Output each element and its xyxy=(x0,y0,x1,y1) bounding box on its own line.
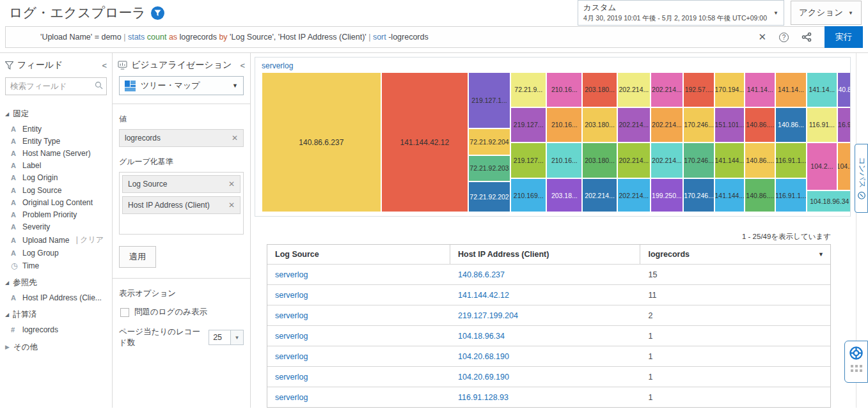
drag-handle-icon[interactable] xyxy=(851,365,862,372)
host-ip-link[interactable]: 104.20.68.190 xyxy=(458,352,509,361)
host-ip-link[interactable]: 141.144.42.12 xyxy=(458,291,509,300)
column-header-host-ip[interactable]: Host IP Address (Client) xyxy=(450,245,640,264)
apply-button[interactable]: 適用 xyxy=(119,246,156,268)
compass-tab[interactable]: コンパス xyxy=(855,144,868,213)
treemap-tile[interactable]: 170.246... xyxy=(683,178,715,212)
field-item[interactable]: AUpload Name | クリア xyxy=(5,233,108,247)
query-bar[interactable]: 'Upload Name' = demo | stats count as lo… xyxy=(5,26,863,48)
treemap-tile[interactable]: 104.2... xyxy=(807,143,837,190)
run-button[interactable]: 実行 xyxy=(825,26,863,48)
host-ip-link[interactable]: 116.91.128.93 xyxy=(458,393,509,402)
remove-chip-icon[interactable]: ✕ xyxy=(228,180,235,189)
value-chip[interactable]: logrecords ✕ xyxy=(119,129,244,147)
log-source-link[interactable]: serverlog xyxy=(275,352,308,361)
field-item[interactable]: ASeverity xyxy=(5,221,108,233)
treemap-tile[interactable]: 210.16... xyxy=(546,143,582,179)
field-item[interactable]: AHost IP Address (Clie... xyxy=(5,291,108,304)
collapse-panel-icon[interactable]: < xyxy=(240,61,245,70)
column-header-log-source[interactable]: Log Source xyxy=(267,245,450,264)
treemap-tile[interactable]: 219.127... xyxy=(510,107,546,143)
groupby-chip[interactable]: Log Source✕ xyxy=(122,175,241,193)
collapse-triangle-icon[interactable]: ◢ xyxy=(5,111,9,117)
field-item[interactable]: AEntity xyxy=(5,123,108,135)
actions-button[interactable]: アクション ▼ xyxy=(791,1,862,25)
treemap-tile[interactable]: 219.127... xyxy=(510,143,546,179)
field-item[interactable]: #logrecords xyxy=(5,323,108,336)
remove-chip-icon[interactable]: ✕ xyxy=(232,134,238,143)
treemap-tile[interactable]: 202.214... xyxy=(651,143,683,179)
log-source-link[interactable]: serverlog xyxy=(275,270,308,279)
treemap-tile[interactable]: 116.91 xyxy=(837,107,850,143)
help-icon[interactable]: ? xyxy=(779,33,789,42)
collapse-triangle-icon[interactable]: ◢ xyxy=(5,280,9,286)
treemap-tile[interactable]: 72.21.92.203 xyxy=(468,155,510,181)
treemap-group-label[interactable]: serverlog xyxy=(255,58,850,72)
treemap-tile[interactable]: 151.101... xyxy=(714,107,745,143)
treemap-tile[interactable]: 104.18.96.34 xyxy=(807,190,850,212)
field-group-header[interactable]: ◢計算済 xyxy=(5,309,108,320)
treemap-tile[interactable]: 141.14... xyxy=(807,72,837,107)
host-ip-link[interactable]: 104.18.96.34 xyxy=(458,332,505,341)
treemap-tile[interactable]: 72.21.9... xyxy=(510,72,546,107)
field-item[interactable]: AHost Name (Server) xyxy=(5,147,108,159)
field-item[interactable]: AProblem Priority xyxy=(5,208,108,220)
treemap-tile[interactable]: 140.86.... xyxy=(745,143,775,179)
treemap-tile[interactable]: 141.144... xyxy=(714,178,745,212)
treemap-tile[interactable]: 140.86.... xyxy=(745,178,775,212)
treemap-tile[interactable]: 203.18... xyxy=(546,178,582,212)
problem-logs-checkbox[interactable] xyxy=(120,308,129,317)
field-item[interactable]: ALog Group xyxy=(5,247,108,259)
log-source-link[interactable]: serverlog xyxy=(275,291,308,300)
treemap-tile[interactable]: 140.86 xyxy=(837,72,850,107)
treemap-tile[interactable]: 141.144... xyxy=(714,143,745,179)
clear-link[interactable]: | クリア xyxy=(74,235,104,245)
treemap-tile[interactable]: 199.250... xyxy=(651,178,683,212)
treemap-tile[interactable]: 203.180... xyxy=(582,143,617,179)
search-fields-input[interactable] xyxy=(5,77,107,95)
field-item[interactable]: ALog Source xyxy=(5,184,108,196)
treemap-tile[interactable]: 202.214... xyxy=(617,178,651,212)
remove-chip-icon[interactable]: ✕ xyxy=(228,201,235,210)
column-header-logrecords[interactable]: logrecords ▼ xyxy=(640,245,830,264)
collapse-panel-icon[interactable]: < xyxy=(102,61,107,70)
treemap-tile[interactable]: 116.91.1... xyxy=(775,143,807,179)
treemap-tile[interactable]: 141.14... xyxy=(745,72,775,107)
page-size-select[interactable]: 25 ▼ xyxy=(209,330,244,345)
treemap-tile[interactable]: 202.214... xyxy=(617,72,651,107)
sort-desc-icon[interactable]: ▼ xyxy=(818,251,824,258)
clear-query-icon[interactable]: ✕ xyxy=(758,31,766,43)
field-group-header[interactable]: ▶その他 xyxy=(5,342,108,353)
treemap-tile[interactable]: 210.16... xyxy=(546,72,582,107)
treemap-tile[interactable]: 202.214... xyxy=(651,72,683,107)
field-item[interactable]: ALog Origin xyxy=(5,172,108,184)
treemap-tile[interactable]: 116.91... xyxy=(807,107,837,143)
filter-badge-icon[interactable] xyxy=(151,6,164,20)
field-item[interactable]: AEntity Type xyxy=(5,135,108,147)
field-group-header[interactable]: ◢参照先 xyxy=(5,277,108,288)
treemap-tile[interactable]: 141.14... xyxy=(775,72,807,107)
viz-type-select[interactable]: ツリー・マップ ▼ xyxy=(119,76,244,95)
host-ip-link[interactable]: 219.127.199.204 xyxy=(458,311,518,320)
treemap-tile[interactable]: 210.16... xyxy=(546,107,582,143)
treemap-tile[interactable]: 192.57.... xyxy=(683,72,715,107)
field-group-header[interactable]: ◢固定 xyxy=(5,109,108,120)
field-item[interactable]: ALabel xyxy=(5,160,108,172)
host-ip-link[interactable]: 104.20.69.190 xyxy=(458,373,509,382)
treemap-tile[interactable]: 72.21.92.204 xyxy=(468,128,510,155)
treemap-tile[interactable]: 140.86.... xyxy=(745,107,775,143)
treemap-tile[interactable]: 202.214... xyxy=(617,107,651,143)
treemap-tile[interactable]: 202.214... xyxy=(651,107,683,143)
log-source-link[interactable]: serverlog xyxy=(275,332,308,341)
field-item[interactable]: AOriginal Log Content xyxy=(5,196,108,208)
treemap-tile[interactable]: 219.127.1... xyxy=(468,72,510,128)
treemap-tile[interactable]: 141.144.42.12 xyxy=(381,72,468,212)
query-text[interactable]: 'Upload Name' = demo | stats count as lo… xyxy=(40,33,429,42)
treemap-tile[interactable]: 170.194... xyxy=(714,72,745,107)
time-range-picker[interactable]: カスタム 4月 30, 2019 10:01 午後 - 5月 2, 2019 1… xyxy=(578,0,784,26)
search-icon[interactable] xyxy=(95,81,103,92)
expand-triangle-icon[interactable]: ▶ xyxy=(5,344,10,350)
host-ip-link[interactable]: 140.86.6.237 xyxy=(458,270,505,279)
treemap-tile[interactable]: 72.21.92.202 xyxy=(468,181,510,212)
treemap-tile[interactable]: 104.2 xyxy=(837,143,850,190)
treemap-tile[interactable]: 203.180... xyxy=(582,107,617,143)
